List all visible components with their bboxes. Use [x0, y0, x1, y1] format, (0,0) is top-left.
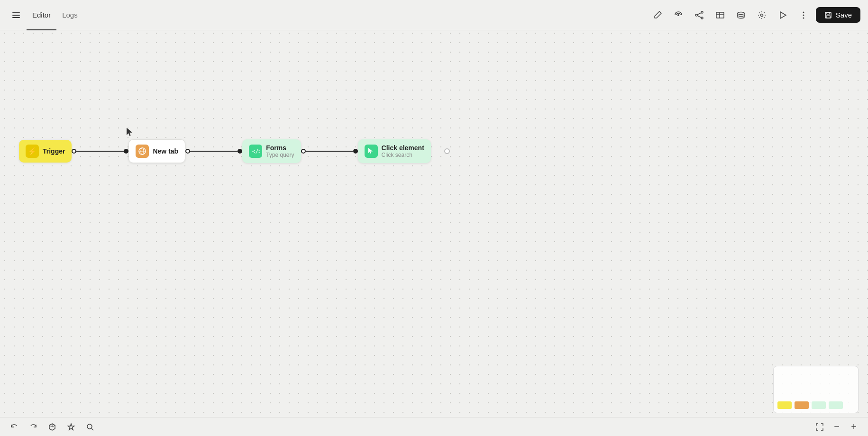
broadcast-icon-button[interactable] — [670, 7, 687, 24]
click-sublabel: Click search — [382, 152, 424, 158]
svg-rect-9 — [716, 12, 724, 18]
connector-2 — [185, 149, 242, 154]
database-icon-button[interactable] — [732, 7, 749, 24]
conn-dot-end — [444, 148, 450, 154]
svg-line-7 — [697, 13, 701, 15]
newtab-label: New tab — [153, 147, 178, 155]
flow-nodes-container: ⚡ Trigger New tab — [19, 139, 450, 163]
zoom-in-button[interactable]: + — [847, 420, 860, 434]
svg-rect-0 — [12, 12, 20, 13]
trigger-icon: ⚡ — [26, 145, 39, 158]
header-right: Save — [649, 7, 860, 24]
settings-icon-button[interactable] — [753, 7, 770, 24]
search-icon-button[interactable] — [83, 420, 97, 434]
svg-point-15 — [803, 11, 804, 13]
header-left: Editor Logs — [8, 0, 83, 30]
connector-end — [431, 148, 450, 154]
minimap-node-2 — [795, 401, 809, 409]
conn-dot-right-1 — [124, 149, 128, 154]
bottom-toolbar: − + — [0, 417, 868, 436]
minimap-node-1 — [777, 401, 792, 409]
trigger-label: Trigger — [43, 147, 65, 155]
header: Editor Logs — [0, 0, 868, 30]
svg-point-4 — [701, 11, 703, 13]
svg-point-13 — [760, 14, 763, 16]
conn-line-1 — [76, 151, 124, 152]
newtab-icon — [136, 145, 149, 158]
fit-view-button[interactable] — [813, 420, 826, 434]
click-text: Click element Click search — [382, 144, 424, 158]
conn-dot-left-2 — [185, 149, 190, 154]
conn-dot-left-3 — [301, 149, 306, 154]
share-icon-button[interactable] — [691, 7, 708, 24]
svg-point-5 — [695, 14, 697, 16]
node-click-element[interactable]: Click element Click search — [358, 139, 431, 163]
redo-button[interactable] — [27, 420, 40, 434]
connector-1 — [72, 149, 128, 154]
edit-icon-button[interactable] — [649, 7, 666, 24]
ai-icon-button[interactable] — [64, 420, 78, 434]
svg-point-17 — [803, 17, 804, 18]
svg-marker-14 — [780, 12, 786, 18]
tab-logs[interactable]: Logs — [56, 0, 83, 30]
node-newtab[interactable]: New tab — [128, 139, 185, 163]
node-forms[interactable]: </> Forms Type query — [242, 139, 301, 163]
click-icon — [365, 145, 378, 158]
table-icon-button[interactable] — [712, 7, 729, 24]
svg-point-12 — [738, 12, 744, 14]
click-label: Click element — [382, 144, 424, 152]
forms-sublabel: Type query — [266, 152, 294, 158]
cursor-indicator — [126, 127, 131, 136]
minimap — [773, 366, 859, 413]
svg-line-26 — [49, 425, 52, 427]
more-options-button[interactable] — [795, 7, 812, 24]
node-trigger[interactable]: ⚡ Trigger — [19, 140, 72, 163]
cube-icon-button[interactable] — [46, 420, 59, 434]
sidebar-toggle-button[interactable] — [8, 7, 25, 24]
minimap-node-4 — [829, 401, 843, 409]
svg-line-29 — [91, 428, 93, 430]
forms-label: Forms — [266, 144, 294, 152]
bottom-toolbar-right: − + — [813, 420, 860, 434]
nav-tabs: Editor Logs — [27, 0, 83, 30]
conn-line-2 — [190, 151, 238, 152]
connector-3 — [301, 149, 358, 154]
bottom-toolbar-left — [8, 420, 97, 434]
tab-editor[interactable]: Editor — [27, 0, 56, 30]
svg-rect-1 — [12, 15, 20, 16]
svg-point-3 — [677, 14, 679, 16]
save-button[interactable]: Save — [816, 7, 860, 23]
svg-line-27 — [52, 425, 55, 427]
forms-text: Forms Type query — [266, 144, 294, 158]
forms-icon: </> — [249, 145, 262, 158]
conn-dot-right-2 — [238, 149, 242, 154]
svg-rect-2 — [12, 17, 20, 18]
zoom-out-button[interactable]: − — [830, 420, 843, 434]
flow-canvas[interactable]: ⚡ Trigger New tab — [0, 30, 868, 417]
conn-dot-left-1 — [72, 149, 76, 154]
svg-point-6 — [701, 17, 703, 19]
conn-line-3 — [306, 151, 353, 152]
play-icon-button[interactable] — [774, 7, 791, 24]
conn-dot-right-3 — [353, 149, 358, 154]
svg-text:</>: </> — [252, 148, 260, 154]
svg-point-16 — [803, 14, 804, 16]
svg-point-28 — [87, 424, 92, 429]
minimap-node-3 — [812, 401, 826, 409]
svg-line-8 — [697, 16, 701, 18]
undo-button[interactable] — [8, 420, 21, 434]
